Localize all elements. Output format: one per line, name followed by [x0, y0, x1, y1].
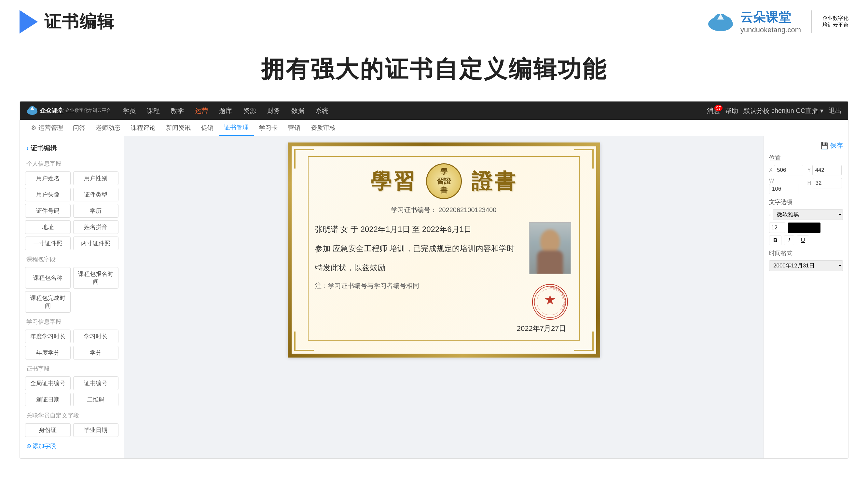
add-field-button[interactable]: ⊕ 添加字段 [20, 439, 124, 453]
certificate[interactable]: 學習 學 習證 書 證書 学习证书编号： [288, 142, 600, 358]
field-global-cert-num[interactable]: 全局证书编号 [25, 377, 71, 390]
school-selector[interactable]: 默认分校 chenjun CC直播 ▾ [743, 106, 824, 115]
sidebar: ‹ 证书编辑 个人信息字段 用户姓名 用户性别 用户头像 证件类型 证件号码 学… [20, 136, 124, 458]
format-buttons-row: B I U [769, 235, 843, 245]
field-avatar[interactable]: 用户头像 [25, 188, 71, 201]
cert-text-area: 张晓诺 女 于 2022年1月1日 至 2022年6月1日 参加 应急安全工程师… [315, 222, 518, 320]
color-swatch[interactable] [788, 223, 820, 233]
field-qrcode[interactable]: 二维码 [73, 393, 119, 406]
field-course-enroll-time[interactable]: 课程包报名时间 [73, 267, 119, 289]
field-annual-study-duration[interactable]: 年度学习时长 [25, 330, 71, 343]
field-name-pinyin[interactable]: 姓名拼音 [73, 220, 119, 234]
underline-button[interactable]: U [797, 235, 809, 245]
h-input[interactable] [813, 178, 842, 188]
nav-item-questions[interactable]: 题库 [214, 104, 237, 118]
field-cert-num[interactable]: 证书编号 [73, 377, 119, 390]
field-education[interactable]: 学历 [73, 204, 119, 218]
field-id-type[interactable]: 证件类型 [73, 188, 119, 201]
help-link[interactable]: 帮助 [725, 106, 738, 115]
field-graduation-date[interactable]: 毕业日期 [73, 423, 119, 437]
subnav-course-review[interactable]: 课程评论 [126, 120, 161, 136]
brand-divider [811, 10, 812, 33]
field-address[interactable]: 地址 [25, 220, 71, 234]
y-label: Y [807, 167, 811, 173]
app-nav-items[interactable]: 学员 课程 教学 运营 题库 资源 财务 数据 系统 [118, 104, 334, 118]
nav-item-courses[interactable]: 课程 [142, 104, 165, 118]
back-arrow-icon[interactable]: ‹ [26, 144, 29, 152]
y-input[interactable] [812, 165, 842, 175]
cert-title-left: 學習 [371, 167, 416, 196]
study-fields-grid: 年度学习时长 学习时长 年度学分 学分 [20, 328, 124, 361]
field-gender[interactable]: 用户性别 [73, 171, 119, 185]
nav-item-operations[interactable]: 运营 [190, 104, 213, 118]
cloud-icon [706, 10, 735, 33]
cert-serial-label: 学习证书编号： [391, 206, 437, 214]
subnav-qualification[interactable]: 资质审核 [306, 120, 341, 136]
sidebar-title: ‹ 证书编辑 [20, 141, 124, 157]
w-field: W [769, 178, 805, 194]
x-input[interactable] [774, 165, 803, 175]
nav-item-teaching[interactable]: 教学 [166, 104, 189, 118]
cert-canvas: 學習 學 習證 書 證書 学习证书编号： [124, 136, 764, 458]
position-section-title: 位置 [769, 154, 843, 162]
save-button[interactable]: 💾 保存 [769, 141, 843, 150]
logout-link[interactable]: 退出 [829, 106, 842, 115]
subnav-cert-management[interactable]: 证书管理 [219, 120, 254, 136]
cert-seal: 學 習證 書 [426, 163, 462, 199]
nav-item-resources[interactable]: 资源 [238, 104, 261, 118]
field-2inch-photo[interactable]: 两寸证件照 [73, 236, 119, 250]
field-1inch-photo[interactable]: 一寸证件照 [25, 236, 71, 250]
field-study-duration[interactable]: 学习时长 [73, 330, 119, 343]
font-size-input[interactable] [769, 223, 785, 233]
brand-name: 云朵课堂 [740, 9, 791, 26]
field-course-complete-time[interactable]: 课程包完成时间 [25, 291, 71, 313]
field-issue-date[interactable]: 颁证日期 [25, 393, 71, 406]
logo-triangle-icon [20, 10, 38, 33]
nav-item-data[interactable]: 数据 [286, 104, 310, 118]
cert-seal-text: 學 習證 書 [437, 167, 451, 195]
italic-button[interactable]: I [784, 235, 794, 245]
nav-item-system[interactable]: 系统 [310, 104, 334, 118]
time-format-title: 时间格式 [769, 249, 843, 257]
subnav-teacher-dynamics[interactable]: 老师动态 [91, 120, 126, 136]
size-inputs: W H [769, 178, 843, 194]
bold-button[interactable]: B [769, 235, 781, 245]
cert-content-area: 张晓诺 女 于 2022年1月1日 至 2022年6月1日 参加 应急安全工程师… [315, 222, 573, 320]
y-field: Y [807, 165, 843, 175]
brand-area: 云朵课堂 yunduoketang.com 企业数字化 培训云平台 [706, 9, 848, 34]
notification-badge[interactable]: 消息 97 [707, 106, 720, 115]
section-course-package: 课程包字段 [20, 252, 124, 265]
cert-title-right: 證書 [472, 167, 517, 196]
field-id-card[interactable]: 身份证 [25, 423, 71, 437]
section-personal-info: 个人信息字段 [20, 157, 124, 169]
field-id-number[interactable]: 证件号码 [25, 204, 71, 218]
personal-fields-grid: 用户姓名 用户性别 用户头像 证件类型 证件号码 学历 地址 姓名拼音 一寸证件… [20, 169, 124, 252]
subnav-promotion[interactable]: 促销 [196, 120, 219, 136]
subnav-news[interactable]: 新闻资讯 [161, 120, 196, 136]
corner-bl [294, 331, 314, 351]
field-course-name[interactable]: 课程包名称 [25, 267, 71, 289]
w-label: W [769, 178, 774, 184]
brand-slogan: 企业数字化 培训云平台 [823, 15, 848, 29]
nav-item-students[interactable]: 学员 [118, 104, 141, 118]
cert-fields-grid: 全局证书编号 证书编号 颁证日期 二维码 [20, 375, 124, 408]
w-input[interactable] [769, 184, 798, 194]
corner-br [574, 331, 594, 351]
field-annual-credits[interactable]: 年度学分 [25, 346, 71, 359]
text-options-title: 文字选项 [769, 198, 843, 206]
font-family-select[interactable]: 微软雅黑 [773, 209, 843, 220]
screenshot-wrapper: 企众课堂 企业数字化培训云平台 学员 课程 教学 运营 题库 资源 财务 数据 … [20, 101, 848, 459]
app-logo: 企众课堂 企业数字化培训云平台 [26, 106, 111, 116]
corner-tl [294, 149, 314, 168]
app-navbar: 企众课堂 企业数字化培训云平台 学员 课程 教学 运营 题库 资源 财务 数据 … [20, 101, 848, 120]
subnav-qa[interactable]: 问答 [68, 120, 91, 136]
subnav-marketing[interactable]: 营销 [283, 120, 306, 136]
stamp-ring: 北京鑫新科技有限责任公司 [533, 284, 567, 320]
field-username[interactable]: 用户姓名 [25, 171, 71, 185]
nav-item-finance[interactable]: 财务 [262, 104, 285, 118]
subnav-study-card[interactable]: 学习卡 [254, 120, 283, 136]
time-format-select[interactable]: 2000年12月31日 [769, 260, 843, 271]
collapse-arrow: › [769, 212, 771, 218]
field-credits[interactable]: 学分 [73, 346, 119, 359]
x-label: X [769, 167, 773, 173]
